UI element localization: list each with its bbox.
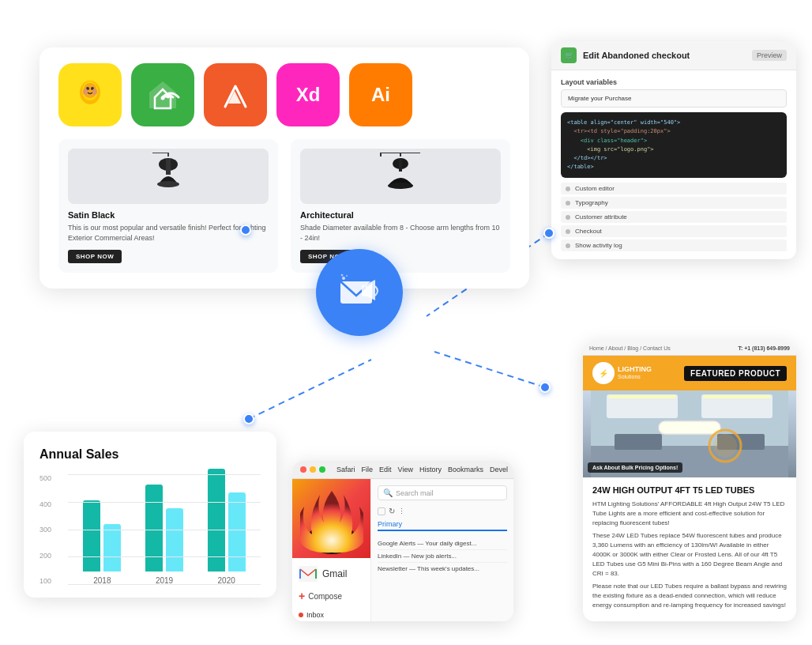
menu-dot-1 [566, 187, 570, 191]
lighting-logo: ⚡ LIGHTING Solutions [592, 362, 652, 384]
primary-tab[interactable]: Primary [378, 520, 507, 531]
checkout-code-block: <table align="center" width="540"> <tr><… [561, 112, 787, 178]
chart-label-2019: 2019 [156, 576, 173, 585]
chart-label-2018: 2018 [93, 576, 111, 585]
app-icons-row: Xd Ai [58, 63, 510, 126]
svg-line-3 [434, 352, 545, 387]
svg-point-8 [346, 275, 348, 277]
center-email-icon [316, 249, 403, 336]
svg-point-6 [342, 277, 345, 280]
svg-rect-26 [399, 159, 402, 172]
checkout-header: 🛒 Edit Abandoned checkout Preview [551, 41, 796, 70]
checkout-section-title: Layout variables [561, 78, 787, 86]
product-card-2: Architectural Shade Diameter available f… [291, 139, 510, 273]
menu-dot-5 [566, 243, 570, 248]
product-desc-1: HTM Lighting Solutions' AFFORDABLE 4ft H… [592, 500, 787, 528]
mailchimp-icon[interactable] [58, 63, 122, 126]
code-line-4: <img src="logo.png"> [567, 145, 780, 154]
menu-view[interactable]: View [398, 466, 413, 473]
bar-2018-2 [103, 524, 121, 571]
email-item-2[interactable]: LinkedIn — New job alerts... [378, 550, 507, 563]
svg-rect-41 [615, 434, 662, 450]
bar-group-2019: 2019 [138, 485, 191, 585]
svg-rect-39 [703, 395, 771, 398]
svg-point-47 [713, 434, 737, 458]
svg-marker-18 [149, 81, 176, 108]
menu-item-custom-editor[interactable]: Custom editor [561, 183, 787, 194]
more-options-icon[interactable]: ⋮ [398, 507, 405, 515]
menu-safari[interactable]: Safari [336, 466, 355, 473]
menu-item-typography[interactable]: Typography [561, 197, 787, 209]
gmail-sidebar: Gmail + Compose Inbox [292, 558, 370, 621]
gmail-m-icon [299, 564, 318, 583]
adobe-ai-icon[interactable]: Ai [349, 63, 412, 126]
code-line-3: <div class="header"> [567, 137, 780, 145]
inbox-dot [299, 613, 303, 617]
bar-2018-1 [83, 500, 100, 571]
bulk-pricing-badge: Ask About Bulk Pricing Options! [588, 462, 682, 473]
refresh-icon[interactable]: ↻ [389, 507, 395, 515]
y-label-500: 500 [39, 474, 62, 482]
browser-card: Safari File Edit View History Bookmarks … [292, 461, 513, 621]
menu-devel[interactable]: Devel [490, 466, 508, 473]
menu-item-customer-attribute[interactable]: Customer attribute [561, 211, 787, 223]
svg-rect-21 [166, 159, 171, 175]
email-item-3[interactable]: Newsletter — This week's updates... [378, 563, 507, 575]
checkout-preview-btn[interactable]: Preview [752, 50, 787, 61]
conn-dot-bottom-left [243, 413, 254, 424]
chart-label-2020: 2020 [218, 576, 235, 585]
search-bar[interactable]: 🔍 Search mail [378, 485, 507, 500]
led-office-bg: Ask About Bulk Pricing Options! [583, 390, 796, 477]
product-name: 24W HIGH OUTPUT 4FT T5 LED TUBES [592, 485, 787, 495]
bar-2020-1 [208, 469, 225, 571]
bar-group-2020: 2020 [200, 469, 253, 585]
code-line-1: <table align="center" width="540"> [567, 119, 780, 127]
adobe-xd-icon[interactable]: Xd [276, 63, 340, 126]
menu-file[interactable]: File [362, 466, 374, 473]
browser-left: Gmail + Compose Inbox [292, 479, 371, 621]
lighting-header: Home / About / Blog / Contact Us T: +1 (… [583, 341, 796, 356]
search-icon-sm: 🔍 [383, 488, 393, 497]
email-item-1[interactable]: Google Alerts — Your daily digest... [378, 538, 507, 550]
email-checkbox[interactable] [378, 507, 385, 515]
gmail-label: Gmail [322, 568, 347, 579]
bar-2019-1 [145, 485, 163, 571]
chart-card: Annual Sales 100 200 300 400 500 [24, 432, 276, 598]
menu-item-activity-log[interactable]: Show activity log [561, 240, 787, 251]
close-btn[interactable] [300, 466, 306, 473]
product-2-title: Architectural [300, 210, 501, 220]
y-label-300: 300 [39, 526, 62, 534]
lighting-product-image: Ask About Bulk Pricing Options! [583, 390, 796, 477]
feedly-icon[interactable] [204, 63, 267, 126]
compose-button[interactable]: + Compose [299, 590, 364, 602]
browser-topbar: Safari File Edit View History Bookmarks … [292, 461, 513, 479]
conn-dot-top-left [240, 224, 251, 236]
menu-bookmarks[interactable]: Bookmarks [448, 466, 483, 473]
menu-item-checkout[interactable]: Checkout [561, 225, 787, 237]
menu-edit[interactable]: Edit [379, 466, 392, 473]
minimize-btn[interactable] [310, 466, 316, 473]
menu-history[interactable]: History [419, 466, 442, 473]
svg-point-27 [388, 183, 413, 189]
svg-rect-32 [299, 566, 318, 582]
checkout-title: Edit Abandoned checkout [583, 51, 746, 60]
main-scene: Xd Ai [0, 0, 812, 645]
code-line-5: </td></tr> [567, 154, 780, 163]
checkout-field[interactable]: Migrate your Purchase [561, 89, 787, 108]
code-line-6: </table> [567, 163, 780, 172]
svg-rect-38 [608, 395, 676, 398]
code-line-2: <tr><td style="padding:20px"> [567, 127, 780, 136]
maximize-btn[interactable] [319, 466, 325, 473]
product-cards-row: Satin Black This is our most popular and… [58, 139, 510, 273]
product-desc-3: Please note that our LED Tubes require a… [592, 582, 787, 610]
lighting-nav: Home / About / Blog / Contact Us [589, 345, 671, 351]
shop-btn-1[interactable]: SHOP NOW [68, 250, 122, 263]
svg-point-45 [662, 423, 717, 432]
svg-line-2 [249, 360, 371, 419]
homeadvisor-icon[interactable] [131, 63, 194, 126]
menu-dot-4 [566, 229, 570, 234]
svg-point-19 [161, 96, 165, 100]
product-card-1: Satin Black This is our most popular and… [58, 139, 278, 273]
inbox-item[interactable]: Inbox [299, 609, 364, 621]
conn-dot-top-right [543, 228, 554, 239]
